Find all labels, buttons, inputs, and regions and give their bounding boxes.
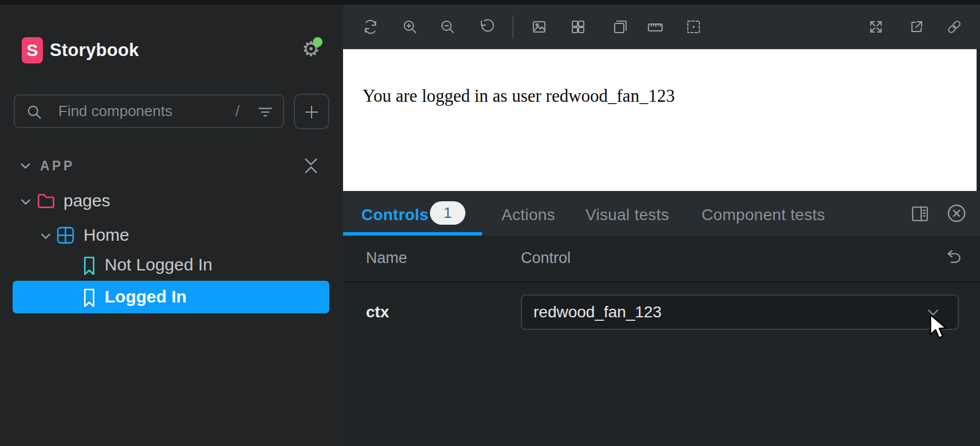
- chevron-down-icon: [21, 163, 30, 169]
- settings-button[interactable]: ⚙: [297, 35, 325, 63]
- chevron-down-icon[interactable]: [21, 199, 30, 205]
- copy-link-button[interactable]: [943, 15, 966, 38]
- tree-item-label: Not Logged In: [105, 255, 212, 274]
- control-row-ctx: ctx redwood_fan_123: [343, 282, 980, 345]
- column-header-control: Control: [521, 249, 571, 267]
- background-button[interactable]: [528, 15, 551, 38]
- sidebar-section-app[interactable]: APP: [0, 151, 343, 181]
- storybook-logo[interactable]: S: [22, 37, 43, 63]
- sidebar-item-pages[interactable]: pages: [0, 186, 343, 216]
- component-icon: [57, 226, 74, 244]
- brand-title: Storybook: [50, 40, 139, 61]
- zoom-in-button[interactable]: [399, 15, 421, 38]
- search-input[interactable]: [58, 95, 230, 127]
- sidebar: S Storybook ⚙ / APP: [0, 5, 343, 446]
- addon-panel-tabbar: Controls 1 Actions Visual tests Componen…: [343, 191, 980, 236]
- grid-button[interactable]: [567, 15, 589, 38]
- outline-button[interactable]: [682, 15, 705, 38]
- remount-button[interactable]: [359, 15, 382, 38]
- section-label: APP: [40, 158, 75, 174]
- create-story-button[interactable]: [294, 94, 329, 129]
- tab-component-tests[interactable]: Component tests: [702, 206, 825, 224]
- sidebar-item-home[interactable]: Home: [0, 221, 343, 250]
- controls-table-header: Name Control: [343, 236, 980, 281]
- bookmark-icon: [83, 288, 95, 308]
- search-shortcut-hint: /: [236, 102, 240, 120]
- chevron-down-icon[interactable]: [41, 233, 50, 240]
- panel-position-button[interactable]: [911, 205, 929, 223]
- tree-item-label: pages: [63, 191, 110, 210]
- viewport-button[interactable]: [609, 15, 632, 38]
- zoom-out-button[interactable]: [436, 15, 459, 38]
- controls-count-badge: 1: [430, 201, 465, 225]
- sidebar-item-not-logged-in[interactable]: Not Logged In: [0, 250, 343, 280]
- tab-visual-tests[interactable]: Visual tests: [585, 206, 669, 224]
- tree-item-label: Home: [83, 225, 129, 245]
- storybook-app: S Storybook ⚙ / APP: [0, 0, 980, 446]
- canvas-toolbar: [343, 5, 980, 49]
- measure-button[interactable]: [644, 15, 667, 38]
- search-box: /: [14, 94, 284, 128]
- close-panel-button[interactable]: [947, 204, 966, 223]
- toolbar-separator: [512, 15, 513, 38]
- tree-item-label: Logged In: [105, 287, 186, 306]
- preview-pane: You are logged in as user redwood_fan_12…: [343, 5, 980, 446]
- tab-controls[interactable]: Controls: [361, 206, 429, 224]
- sidebar-item-logged-in-selected[interactable]: Logged In: [13, 281, 329, 313]
- collapse-all-button[interactable]: [303, 154, 322, 178]
- bookmark-icon: [83, 256, 95, 276]
- reset-controls-button[interactable]: [945, 247, 965, 268]
- story-canvas: You are logged in as user redwood_fan_12…: [343, 49, 977, 196]
- chevron-down-icon: [928, 309, 938, 316]
- window-top-edge: [0, 0, 980, 5]
- column-header-name: Name: [366, 249, 407, 267]
- search-icon: [25, 103, 43, 121]
- notification-dot: [313, 37, 322, 47]
- ctx-select-value: redwood_fan_123: [533, 303, 662, 321]
- folder-icon: [37, 192, 55, 209]
- tab-actions[interactable]: Actions: [501, 206, 555, 224]
- fullscreen-button[interactable]: [865, 15, 887, 38]
- ctx-select[interactable]: redwood_fan_123: [521, 294, 959, 330]
- open-new-tab-button[interactable]: [905, 15, 928, 38]
- story-output-text: You are logged in as user redwood_fan_12…: [362, 86, 675, 106]
- filter-button[interactable]: [256, 103, 275, 121]
- zoom-reset-button[interactable]: [475, 15, 498, 38]
- arg-name: ctx: [366, 303, 389, 321]
